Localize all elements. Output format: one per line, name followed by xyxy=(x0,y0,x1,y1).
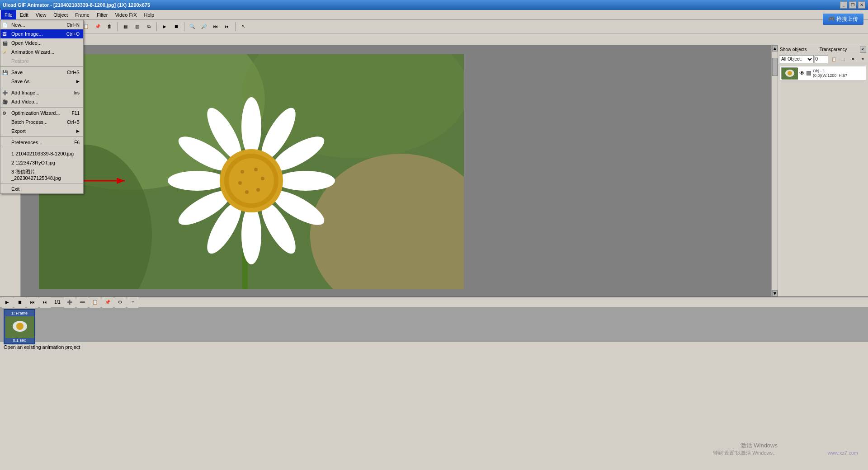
open-image-icon: 🖼 xyxy=(2,32,7,37)
transparency-label: Transparency xyxy=(820,47,847,52)
menu-bar: File Edit View Object Frame Filter Video… xyxy=(0,10,868,20)
add-image-label: Add Image... xyxy=(11,90,39,95)
main-area: ↖ ⬚ T 🪣 ✏ ⬜ ╱ □ ○ ⊕ ✋ xyxy=(0,45,868,296)
restore-label: Restore xyxy=(11,58,29,64)
scroll-up-btn[interactable]: ▲ xyxy=(772,45,778,52)
menu-object[interactable]: Object xyxy=(50,10,71,19)
animation-wizard-icon: 🪄 xyxy=(2,50,8,55)
scroll-down-btn[interactable]: ▼ xyxy=(772,290,778,296)
toolbar-zoom-out-btn[interactable]: 🔎 xyxy=(198,21,209,32)
scroll-thumb[interactable] xyxy=(772,58,778,76)
menu-item-animation-wizard[interactable]: 🪄 Animation Wizard... xyxy=(0,47,83,56)
film-more-btn[interactable]: ≡ xyxy=(127,297,138,308)
toolbar-cursor-btn[interactable]: ↖ xyxy=(238,21,249,32)
save-shortcut: Ctrl+S xyxy=(67,70,80,75)
film-copy-btn[interactable]: 📋 xyxy=(90,297,100,308)
menu-filter[interactable]: Filter xyxy=(93,10,111,19)
frame-item-1[interactable]: 1: Frame 0.1 sec xyxy=(4,309,35,344)
right-panel: Show objects Transparency ✕ All Object: … xyxy=(778,45,868,296)
menu-item-batch-process[interactable]: Batch Process... Ctrl+B xyxy=(0,118,83,127)
toolbar-frame-insert-btn[interactable]: ▦ xyxy=(120,21,131,32)
toolbar-zoom-in-btn[interactable]: 🔍 xyxy=(187,21,198,32)
menu-edit[interactable]: Edit xyxy=(16,10,32,19)
toolbar-paste-btn[interactable]: 📌 xyxy=(92,21,103,32)
toolbar-frame-delete-btn[interactable]: ▧ xyxy=(132,21,142,32)
dropdown-sep4 xyxy=(0,136,83,137)
show-objects-label: Show objects xyxy=(780,47,807,52)
film-prev-btn[interactable]: ⏮ xyxy=(27,297,38,308)
menu-item-save-as[interactable]: Save As ▶ xyxy=(0,77,83,86)
menu-item-recent2[interactable]: 2 1223473RyOT.jpg xyxy=(0,158,83,167)
toolbar-duplicate-btn[interactable]: ⧉ xyxy=(143,21,154,32)
filmstrip-area: ▶ ⏹ ⏮ ⏭ 1/1 ➕ ➖ 📋 📌 ⚙ ≡ 1: Frame 0.1 sec… xyxy=(0,296,868,342)
eye-icon[interactable]: 👁 xyxy=(799,70,805,76)
obj-color-indicator xyxy=(807,71,811,75)
svg-point-33 xyxy=(788,71,792,75)
menu-item-save[interactable]: 💾 Save Ctrl+S xyxy=(0,68,83,77)
film-settings-btn[interactable]: ⚙ xyxy=(115,297,126,308)
right-panel-close-btn[interactable]: ✕ xyxy=(860,47,866,53)
restore-button[interactable]: ❐ xyxy=(849,1,856,9)
rp-btn1[interactable]: 📋 xyxy=(829,55,838,63)
svg-point-9 xyxy=(276,171,335,191)
menu-item-export[interactable]: Export ▶ xyxy=(0,127,83,136)
menu-videofx[interactable]: Video F/X xyxy=(111,10,140,19)
film-next-btn[interactable]: ⏭ xyxy=(40,297,51,308)
menu-item-preferences[interactable]: Preferences... F6 xyxy=(0,138,83,147)
menu-item-open-image[interactable]: 🖼 Open Image... Ctrl+O xyxy=(0,29,83,38)
menu-item-open-video[interactable]: 🎬 Open Video... xyxy=(0,38,83,47)
transparency-input[interactable] xyxy=(815,55,828,63)
all-objects-select[interactable]: All Object: xyxy=(779,55,814,63)
menu-item-exit[interactable]: Exit xyxy=(0,184,83,193)
canvas-area[interactable] xyxy=(21,45,778,296)
menu-item-recent3[interactable]: 3 微信图片_20230427125348.jpg xyxy=(0,167,83,182)
menu-frame[interactable]: Frame xyxy=(71,10,93,19)
menu-item-recent1[interactable]: 1 210402103339-8-1200.jpg xyxy=(0,149,83,158)
menu-file[interactable]: File xyxy=(1,10,16,19)
animation-wizard-label: Animation Wizard... xyxy=(11,49,54,55)
toolbar-prev-frame-btn[interactable]: ⏮ xyxy=(210,21,221,32)
toolbar-sep6 xyxy=(235,22,236,31)
film-paste-btn[interactable]: 📌 xyxy=(102,297,113,308)
rp-btn2[interactable]: ⬚ xyxy=(839,55,848,63)
exit-label: Exit xyxy=(11,186,19,192)
preferences-shortcut: F6 xyxy=(74,140,80,145)
frame-number-label: 1: Frame xyxy=(5,311,33,315)
upload-icon: 🎮 xyxy=(828,16,835,22)
file-dropdown-menu: 📄 New... Ctrl+N 🖼 Open Image... Ctrl+O 🎬… xyxy=(0,20,84,194)
watermark: www.xz7.com xyxy=(828,450,858,456)
save-as-label: Save As xyxy=(11,79,29,84)
svg-point-36 xyxy=(16,323,24,330)
frame-thumbnail xyxy=(5,316,34,338)
object-item-1[interactable]: 👁 Obj - 1 (0,0)(W:1200, H:67 xyxy=(780,66,866,80)
menu-item-add-image[interactable]: ➕ Add Image... Ins xyxy=(0,88,83,97)
new-label: New... xyxy=(11,22,25,28)
menu-help[interactable]: Help xyxy=(141,10,158,19)
svg-point-23 xyxy=(261,177,264,180)
film-delete-btn[interactable]: ➖ xyxy=(77,297,88,308)
menu-item-restore: Restore xyxy=(0,56,83,66)
menu-item-optimization-wizard[interactable]: ⚙ Optimization Wizard... F11 xyxy=(0,108,83,118)
canvas-image-container xyxy=(39,54,464,289)
right-scrollbar[interactable]: ▲ ▼ xyxy=(771,45,778,296)
recent1-label: 1 210402103339-8-1200.jpg xyxy=(11,151,74,156)
toolbar-delete-btn[interactable]: 🗑 xyxy=(104,21,115,32)
upload-button[interactable]: 🎮 抢接上传 xyxy=(823,14,863,25)
menu-view[interactable]: View xyxy=(32,10,50,19)
new-shortcut: Ctrl+N xyxy=(66,23,80,28)
film-play-btn[interactable]: ▶ xyxy=(2,297,13,308)
minimize-button[interactable]: _ xyxy=(840,1,847,9)
rp-btn4[interactable]: ≡ xyxy=(859,55,867,63)
close-button[interactable]: ✕ xyxy=(858,1,865,9)
film-page-info: 1/1 xyxy=(54,300,61,305)
toolbar-play-btn[interactable]: ▶ xyxy=(159,21,170,32)
toolbar-stop-btn[interactable]: ⏹ xyxy=(171,21,182,32)
toolbar-next-frame-btn[interactable]: ⏭ xyxy=(222,21,233,32)
recent2-label: 2 1223473RyOT.jpg xyxy=(11,160,55,165)
menu-item-new[interactable]: 📄 New... Ctrl+N xyxy=(0,20,83,29)
open-video-label: Open Video... xyxy=(11,40,42,46)
menu-item-add-video[interactable]: 🎥 Add Video... xyxy=(0,97,83,106)
film-stop-btn[interactable]: ⏹ xyxy=(14,297,25,308)
rp-btn3[interactable]: ✕ xyxy=(849,55,857,63)
film-add-btn[interactable]: ➕ xyxy=(64,297,75,308)
